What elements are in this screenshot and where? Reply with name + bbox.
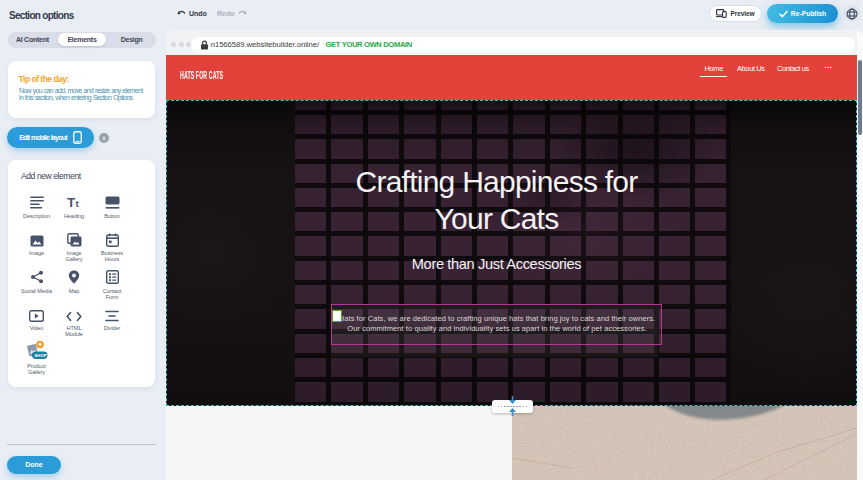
svg-text:SHOP: SHOP bbox=[34, 353, 47, 358]
svg-text:t: t bbox=[75, 198, 79, 209]
